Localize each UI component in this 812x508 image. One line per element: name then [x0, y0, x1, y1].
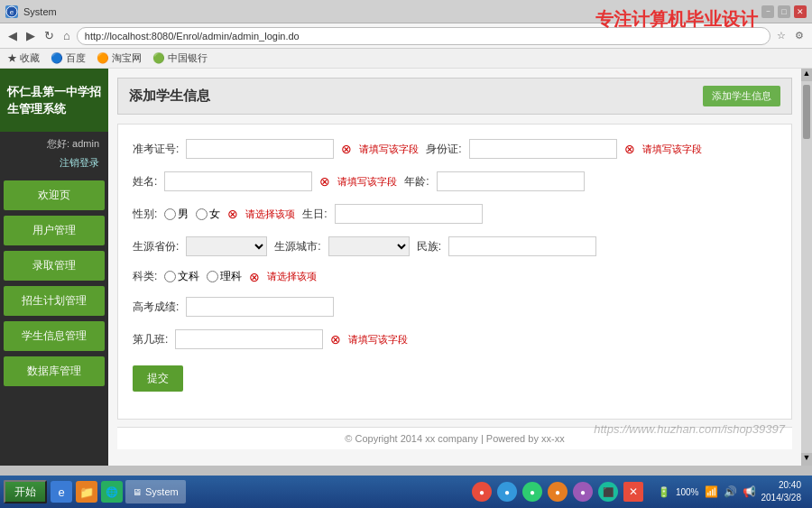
taskbar-icon-blue[interactable]: ● — [497, 482, 517, 502]
taskbar-active-item[interactable]: 🖥 System — [125, 480, 186, 503]
gender-male[interactable]: 男 — [164, 207, 189, 222]
battery-level: 100% — [676, 487, 699, 497]
id-card-error-text: 请填写该字段 — [642, 143, 702, 156]
subject-error-text: 请选择该项 — [267, 270, 317, 283]
sidebar-user: 您好: admin — [0, 132, 108, 156]
page-title: 添加学生信息 — [129, 88, 210, 105]
nav-bar: ◀ ▶ ↻ ⌂ ☆ ⚙ — [0, 23, 812, 49]
taskbar-icon-red[interactable]: ● — [472, 482, 492, 502]
exam-id-label: 准考证号: — [133, 142, 179, 157]
logout-link[interactable]: 注销登录 — [60, 157, 99, 168]
sidebar: 怀仁县第一中学招生管理系统 您好: admin 注销登录 欢迎页 用户管理 录取… — [0, 69, 108, 466]
system-tray: 🔋 100% 📶 🔊 📢 20:40 2014/3/28 — [651, 479, 808, 504]
sidebar-logout: 注销登录 — [0, 156, 108, 175]
window-title: System — [23, 6, 761, 17]
province-label: 生源省份: — [133, 239, 179, 254]
province-select[interactable] — [186, 236, 267, 256]
svg-text:e: e — [10, 8, 14, 16]
name-error-icon: ⊗ — [319, 174, 330, 189]
nav-right-icons: ☆ ⚙ — [774, 29, 807, 42]
gender-female[interactable]: 女 — [196, 207, 220, 222]
refresh-button[interactable]: ↻ — [42, 29, 57, 42]
page-footer: © Copyright 2014 xx company | Powered by… — [117, 427, 792, 449]
scroll-thumb[interactable] — [803, 85, 810, 139]
sidebar-item-db-mgmt[interactable]: 数据库管理 — [4, 356, 105, 386]
minimize-button[interactable]: － — [761, 5, 774, 18]
subject-arts[interactable]: 文科 — [164, 269, 199, 284]
name-error-text: 请填写该字段 — [337, 175, 397, 189]
scroll-down-button[interactable]: ▼ — [801, 453, 812, 466]
taskbar-icon-purple[interactable]: ● — [573, 482, 593, 502]
taskbar: 开始 e 📁 🌐 🖥 System ● ● ● — [0, 476, 812, 508]
class-error-text: 请填写该字段 — [348, 333, 408, 346]
address-bar[interactable] — [77, 27, 770, 45]
form-row-6: 高考成绩: — [133, 297, 777, 317]
bookmark-favorites[interactable]: ★ 收藏 — [7, 51, 40, 65]
taskbar-items: e 📁 🌐 🖥 System — [51, 480, 465, 503]
star-icon[interactable]: ☆ — [774, 29, 789, 42]
sidebar-item-plan-mgmt[interactable]: 招生计划管理 — [4, 286, 105, 316]
back-button[interactable]: ◀ — [5, 29, 20, 42]
taskbar-icon-x[interactable]: ✕ — [623, 482, 643, 502]
exam-id-error-text: 请填写该字段 — [359, 143, 419, 156]
speaker-icon: 📢 — [743, 485, 756, 498]
sidebar-item-user-mgmt[interactable]: 用户管理 — [4, 216, 105, 245]
gender-error-text: 请选择该项 — [245, 208, 295, 221]
form-row-4: 生源省份: 生源城市: 民族: — [133, 236, 777, 256]
form-row-5: 科类: 文科 理科 ⊗ 请选择该项 — [133, 269, 777, 284]
form-row-2: 姓名: ⊗ 请填写该字段 年龄: — [133, 171, 777, 191]
taskbar-icon-ie[interactable]: e — [51, 481, 72, 503]
taskbar-icon-green[interactable]: ● — [522, 482, 542, 502]
class-input[interactable] — [175, 329, 323, 349]
gender-label: 性别: — [133, 207, 157, 222]
ethnicity-input[interactable] — [448, 236, 596, 256]
bookmark-bank[interactable]: 🟢 中国银行 — [152, 51, 208, 65]
age-input[interactable] — [437, 171, 585, 191]
system-clock: 20:40 2014/3/28 — [761, 479, 802, 504]
sidebar-item-enroll-mgmt[interactable]: 录取管理 — [4, 251, 105, 281]
birthday-input[interactable] — [335, 204, 483, 224]
score-label: 高考成绩: — [133, 300, 179, 315]
bookmark-bar: ★ 收藏 🔵 百度 🟠 淘宝网 🟢 中国银行 — [0, 49, 812, 69]
subject-label: 科类: — [133, 269, 157, 284]
subject-science[interactable]: 理科 — [207, 269, 242, 284]
home-button[interactable]: ⌂ — [60, 29, 73, 42]
sidebar-item-student-mgmt[interactable]: 学生信息管理 — [4, 321, 105, 351]
taskbar-icon-teal[interactable]: ⬛ — [598, 482, 618, 502]
gender-radio-group: 男 女 — [164, 207, 220, 222]
taskbar-icon-ie2[interactable]: 🌐 — [101, 481, 123, 503]
main-panel: 添加学生信息 添加学生信息 准考证号: ⊗ 请填写该字段 身份证: ⊗ 请填写该… — [108, 69, 801, 466]
taskbar-icon-orange[interactable]: ● — [548, 482, 567, 502]
id-card-error-icon: ⊗ — [624, 142, 635, 156]
submit-button[interactable]: 提交 — [133, 365, 183, 392]
form-row-1: 准考证号: ⊗ 请填写该字段 身份证: ⊗ 请填写该字段 — [133, 139, 777, 159]
window-controls: － □ ✕ — [761, 5, 807, 18]
form-row-7: 第几班: ⊗ 请填写该字段 — [133, 329, 777, 349]
score-input[interactable] — [186, 297, 334, 317]
scroll-up-button[interactable]: ▲ — [801, 69, 812, 81]
close-button[interactable]: ✕ — [794, 5, 807, 18]
scrollbar[interactable]: ▲ ▼ — [801, 69, 812, 466]
bookmark-baidu[interactable]: 🔵 百度 — [51, 51, 86, 65]
forward-button[interactable]: ▶ — [23, 29, 38, 42]
name-input[interactable] — [164, 171, 312, 191]
sidebar-item-welcome[interactable]: 欢迎页 — [4, 180, 105, 210]
class-error-icon: ⊗ — [330, 332, 341, 346]
volume-icon: 🔊 — [724, 485, 737, 498]
settings-icon[interactable]: ⚙ — [792, 29, 807, 42]
subject-radio-group: 文科 理科 — [164, 269, 242, 284]
add-student-button[interactable]: 添加学生信息 — [703, 86, 780, 106]
exam-id-input[interactable] — [186, 139, 334, 159]
maximize-button[interactable]: □ — [778, 5, 790, 18]
title-bar: e System － □ ✕ — [0, 0, 812, 23]
browser-icon: e — [5, 5, 18, 18]
bookmark-taobao[interactable]: 🟠 淘宝网 — [97, 51, 142, 65]
browser-content: 怀仁县第一中学招生管理系统 您好: admin 注销登录 欢迎页 用户管理 录取… — [0, 69, 812, 466]
city-select[interactable] — [328, 236, 410, 256]
name-label: 姓名: — [133, 174, 157, 189]
start-button[interactable]: 开始 — [4, 480, 47, 503]
id-card-input[interactable] — [469, 139, 617, 159]
form-card: 准考证号: ⊗ 请填写该字段 身份证: ⊗ 请填写该字段 姓名: ⊗ 请填写该字… — [117, 124, 792, 420]
page-header: 添加学生信息 添加学生信息 — [117, 78, 792, 115]
taskbar-icon-folder[interactable]: 📁 — [76, 481, 97, 503]
